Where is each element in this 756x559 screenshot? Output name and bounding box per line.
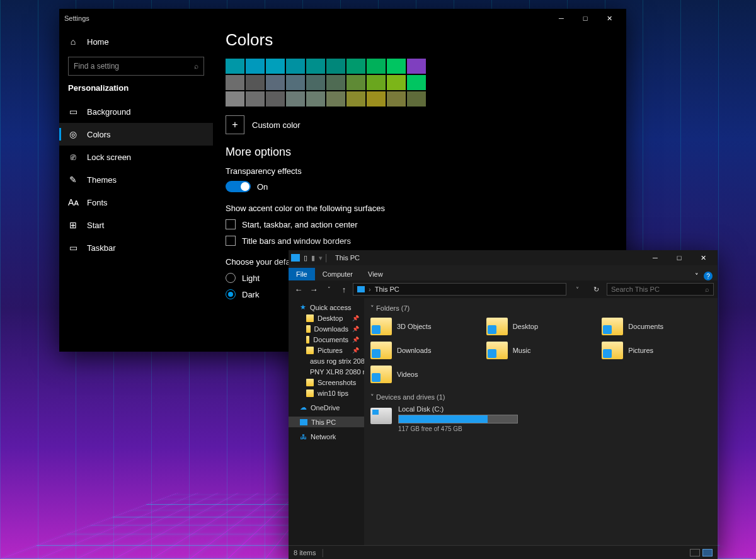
color-swatch[interactable]: [306, 91, 325, 107]
sidebar-item-start[interactable]: ⊞Start: [59, 214, 213, 236]
maximize-button[interactable]: □: [573, 9, 597, 28]
color-swatch[interactable]: [266, 75, 285, 90]
nav-quick-item[interactable]: Documents📌: [289, 334, 364, 345]
sidebar-item-fonts[interactable]: AᴀFonts: [59, 191, 213, 214]
drive-item[interactable]: Local Disk (C:) 117 GB free of 475 GB: [370, 405, 711, 432]
settings-search-input[interactable]: Find a setting ⌕: [68, 57, 204, 76]
folder-item[interactable]: Music: [486, 340, 596, 360]
folder-label: Downloads: [397, 347, 431, 354]
color-swatch[interactable]: [387, 75, 406, 90]
sidebar-item-background[interactable]: ▭Background: [59, 100, 213, 123]
color-swatch[interactable]: [286, 75, 305, 90]
color-swatch[interactable]: [246, 59, 265, 74]
layout-details-button[interactable]: [690, 549, 700, 556]
settings-titlebar[interactable]: Settings ─ □ ✕: [59, 9, 626, 28]
sidebar-item-taskbar[interactable]: ▭Taskbar: [59, 236, 213, 259]
history-dropdown-button[interactable]: ˅: [569, 286, 585, 293]
ribbon-tab-view[interactable]: View: [360, 268, 391, 280]
close-button[interactable]: ✕: [597, 9, 621, 28]
custom-color-button[interactable]: + Custom color: [226, 115, 614, 134]
nav-icon: Aᴀ: [68, 197, 78, 207]
nav-back-button[interactable]: ←: [292, 285, 305, 294]
refresh-button[interactable]: ↻: [588, 285, 604, 294]
folders-section-header[interactable]: Folders (7): [370, 304, 711, 313]
color-swatch[interactable]: [266, 59, 285, 74]
layout-icons-button[interactable]: [702, 549, 713, 556]
nav-forward-button[interactable]: →: [307, 285, 320, 294]
color-swatch[interactable]: [306, 59, 325, 74]
nav-quick-item[interactable]: Desktop📌: [289, 313, 364, 323]
transparency-toggle[interactable]: [226, 181, 251, 192]
quick-item-label: Documents: [313, 336, 348, 343]
folder-label: Music: [513, 347, 531, 354]
explorer-search-input[interactable]: Search This PC ⌕: [607, 283, 714, 296]
drive-icon: [370, 408, 392, 424]
close-button[interactable]: ✕: [691, 248, 715, 267]
qat-icon[interactable]: ▮: [311, 254, 315, 262]
nav-quick-access[interactable]: ★ Quick access: [289, 302, 364, 313]
nav-quick-item[interactable]: Downloads📌: [289, 323, 364, 334]
quick-item-label: Downloads: [314, 325, 348, 333]
folder-item[interactable]: Pictures: [602, 340, 711, 360]
maximize-button[interactable]: □: [667, 248, 691, 267]
folder-item[interactable]: Documents: [602, 316, 711, 337]
ribbon-tab-file[interactable]: File: [289, 268, 315, 280]
accent-titlebars-checkbox[interactable]: Title bars and window borders: [226, 236, 614, 246]
nav-history-button[interactable]: ˅: [323, 286, 335, 292]
color-swatch[interactable]: [346, 59, 365, 74]
color-swatch[interactable]: [367, 91, 386, 107]
color-swatch[interactable]: [346, 91, 365, 107]
home-nav[interactable]: ⌂ Home: [59, 30, 213, 53]
color-swatch[interactable]: [266, 91, 285, 107]
color-swatch[interactable]: [226, 59, 244, 74]
color-swatch[interactable]: [246, 75, 265, 90]
color-swatch[interactable]: [407, 75, 426, 90]
nav-quick-item[interactable]: Pictures📌: [289, 345, 364, 355]
minimize-button[interactable]: ─: [549, 9, 573, 28]
color-swatch[interactable]: [367, 59, 386, 74]
color-swatch[interactable]: [367, 75, 386, 90]
ribbon-tab-computer[interactable]: Computer: [315, 268, 360, 280]
nav-quick-item[interactable]: Screenshots: [289, 377, 364, 388]
drives-section-header[interactable]: Devices and drives (1): [370, 393, 711, 401]
color-swatch[interactable]: [286, 59, 305, 74]
color-swatch[interactable]: [387, 91, 406, 107]
nav-onedrive[interactable]: ☁ OneDrive: [289, 402, 364, 413]
sidebar-item-lock-screen[interactable]: ⎚Lock screen: [59, 146, 213, 168]
folder-item[interactable]: Desktop: [486, 316, 596, 337]
nav-quick-item[interactable]: asus rog strix 2080 review: [289, 355, 364, 366]
color-swatch[interactable]: [226, 75, 244, 90]
nav-this-pc[interactable]: This PC: [289, 417, 364, 427]
explorer-titlebar[interactable]: ▯ ▮ ▾ │ This PC ─ □ ✕: [289, 250, 718, 265]
color-swatch[interactable]: [346, 75, 365, 90]
sidebar-item-colors[interactable]: ◎Colors: [59, 123, 213, 146]
nav-quick-item[interactable]: PNY XLR8 2080 review: [289, 366, 364, 377]
folder-item[interactable]: Videos: [370, 364, 480, 384]
folder-item[interactable]: 3D Objects: [370, 316, 480, 337]
color-swatch[interactable]: [246, 91, 265, 107]
nav-quick-item[interactable]: win10 tips: [289, 388, 364, 398]
color-swatch[interactable]: [387, 59, 406, 74]
nav-network[interactable]: 🖧 Network: [289, 431, 364, 442]
nav-up-button[interactable]: ↑: [338, 285, 350, 294]
color-swatch[interactable]: [326, 75, 345, 90]
color-swatch[interactable]: [326, 59, 345, 74]
color-swatch[interactable]: [326, 91, 345, 107]
qat-icon[interactable]: ▯: [304, 254, 307, 262]
breadcrumb[interactable]: › This PC: [353, 283, 566, 296]
folder-icon: [306, 336, 309, 343]
drive-usage-bar: [398, 415, 518, 424]
color-swatch[interactable]: [226, 91, 244, 107]
color-swatch[interactable]: [407, 59, 426, 74]
minimize-button[interactable]: ─: [643, 248, 667, 267]
accent-start-checkbox[interactable]: Start, taskbar, and action center: [226, 219, 614, 229]
color-swatch[interactable]: [306, 75, 325, 90]
breadcrumb-segment[interactable]: This PC: [375, 285, 399, 293]
folder-item[interactable]: Downloads: [370, 340, 480, 360]
color-swatch[interactable]: [286, 91, 305, 107]
ribbon-expand-icon[interactable]: ˅: [695, 272, 699, 280]
network-icon: 🖧: [300, 433, 307, 441]
help-icon[interactable]: ?: [704, 272, 713, 280]
color-swatch[interactable]: [407, 91, 426, 107]
sidebar-item-themes[interactable]: ✎Themes: [59, 168, 213, 191]
